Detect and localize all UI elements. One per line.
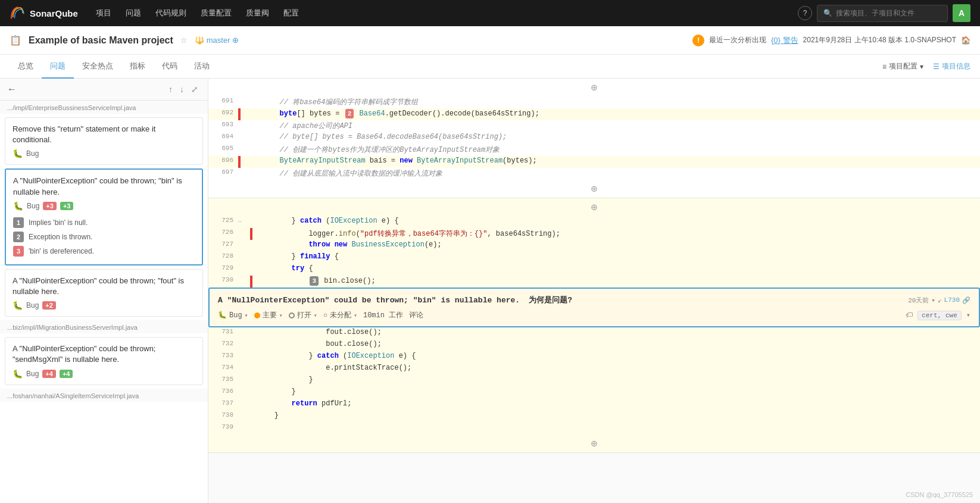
expand-icon[interactable]: ⤢ xyxy=(189,83,201,95)
line-num-731: 731 xyxy=(208,327,238,339)
popup-bug-label: Bug xyxy=(229,311,242,320)
code-row-731: 731 fout.close(); xyxy=(208,327,980,339)
tab-code[interactable]: 代码 xyxy=(154,55,186,79)
nav-rules[interactable]: 代码规则 xyxy=(149,5,192,21)
issue-card-4[interactable]: A "NullPointerException" could be thrown… xyxy=(5,337,203,385)
tab-issues[interactable]: 问题 xyxy=(42,55,74,79)
search-area: ? 🔍 搜索项目、子项目和文件 A xyxy=(798,4,970,22)
popup-tags-dropdown[interactable]: ▾ xyxy=(966,311,970,320)
settings-dropdown-icon: ▾ xyxy=(920,63,923,71)
expand-btn-top[interactable]: ⊕ xyxy=(208,79,980,96)
popup-action-status[interactable]: 打开 ▾ xyxy=(289,310,317,320)
code-row-696: 696 ByteArrayInputStream bais = new Byte… xyxy=(208,156,980,168)
code-row-691: 691 // 将base64编码的字符串解码成字节数组 xyxy=(208,96,980,108)
popup-line-icon: ↙ xyxy=(938,296,942,304)
settings-label: 项目配置 xyxy=(889,61,917,71)
issue-title-4: A "NullPointerException" could be thrown… xyxy=(13,343,195,365)
code-row-732: 732 bout.close(); xyxy=(208,339,980,351)
expand-btn-bottom-2[interactable]: ⊕ xyxy=(208,435,980,452)
code-row-733: 733 } catch (IOException e) { xyxy=(208,351,980,363)
tab-activity[interactable]: 活动 xyxy=(186,55,218,79)
code-content-733: } catch (IOException e) { xyxy=(252,351,980,363)
badge-4b: +4 xyxy=(60,370,73,378)
issue-title-1: Remove this "return" statement or make i… xyxy=(13,124,195,145)
popup-dropdown-icon[interactable]: ▾ xyxy=(931,296,935,304)
back-button[interactable]: ← xyxy=(7,84,17,95)
nav-admin[interactable]: 配置 xyxy=(277,5,305,21)
line-num-735: 735 xyxy=(208,375,238,387)
tab-metrics[interactable]: 指标 xyxy=(121,55,154,79)
popup-assign-icon: ○ xyxy=(323,311,327,320)
popup-why-link[interactable]: 为何是问题? xyxy=(529,296,572,305)
star-icon[interactable]: ☆ xyxy=(180,36,188,45)
user-avatar[interactable]: A xyxy=(953,4,970,22)
nav-projects[interactable]: 项目 xyxy=(90,5,117,21)
sort-icons: ↑ ↓ ⤢ xyxy=(166,83,201,95)
code-content-692: byte[] bytes = 2 Base64.getDecoder().dec… xyxy=(241,108,980,120)
code-content-735: } xyxy=(252,375,980,387)
help-button[interactable]: ? xyxy=(798,6,812,20)
home-icon[interactable]: 🏠 xyxy=(961,36,970,45)
line-num-726: 726 xyxy=(208,228,238,240)
issue-card-1[interactable]: Remove this "return" statement or make i… xyxy=(5,117,203,165)
branch-plus-icon[interactable]: ⊕ xyxy=(232,36,239,45)
search-placeholder: 搜索项目、子项目和文件 xyxy=(836,8,915,18)
code-content-731: fout.close(); xyxy=(252,327,980,339)
sort-up-icon[interactable]: ↑ xyxy=(166,83,175,95)
alert-area: ! 最近一次分析出现 {0} 警告 2021年9月28日 上午10:48 版本 … xyxy=(692,35,970,46)
popup-action-bug[interactable]: 🐛 Bug ▾ xyxy=(218,311,248,320)
nav-quality-profiles[interactable]: 质量配置 xyxy=(195,5,238,21)
project-settings-link[interactable]: ≡ 项目配置 ▾ xyxy=(882,61,923,71)
code-row-694: 694 // byte[] bytes = Base64.decodeBase6… xyxy=(208,132,980,144)
popup-tags[interactable]: cert, cwe xyxy=(917,311,961,320)
line-num-739: 739 xyxy=(208,423,238,435)
branch-icon: 🔱 xyxy=(195,36,204,45)
popup-effort-label: 10min 工作 xyxy=(363,310,403,320)
sort-down-icon[interactable]: ↓ xyxy=(177,83,186,95)
bug-icon-4: 🐛 xyxy=(13,369,23,379)
right-panel[interactable]: ⊕ 691 // 将base64编码的字符串解码成字节数组 692 byte[]… xyxy=(208,79,980,503)
popup-action-comment[interactable]: 评论 xyxy=(409,310,423,320)
popup-link-icon[interactable]: 🔗 xyxy=(962,296,970,304)
project-info-link[interactable]: ☰ 项目信息 xyxy=(933,61,970,71)
popup-action-severity[interactable]: 主要 ▾ xyxy=(254,310,283,320)
popup-line-ref[interactable]: L730 xyxy=(944,296,960,304)
list-icon: ☰ xyxy=(933,63,940,71)
issue-meta-2: 🐛 Bug +3 +3 xyxy=(13,201,195,211)
flow-item-3[interactable]: 3 'bin' is dereferenced. xyxy=(13,244,195,258)
project-info-label: 项目信息 xyxy=(942,61,970,71)
flow-num-1: 1 xyxy=(13,217,24,228)
expand-btn-2[interactable]: ⊕ xyxy=(208,198,980,216)
nav-quality-gates[interactable]: 质量阀 xyxy=(240,5,275,21)
line-num-694: 694 xyxy=(208,132,238,144)
alert-link[interactable]: {0} 警告 xyxy=(771,35,798,46)
code-content-726: logger.info("pdf转换异常，base64字符串为：{}", bas… xyxy=(252,228,980,240)
issue-card-3[interactable]: A "NullPointerException" could be thrown… xyxy=(5,269,203,317)
flow-item-1[interactable]: 1 Implies 'bin' is null. xyxy=(13,215,195,230)
popup-tag-icon: 🏷 xyxy=(906,311,913,320)
search-box[interactable]: 🔍 搜索项目、子项目和文件 xyxy=(817,5,948,22)
code-content-736: } xyxy=(252,387,980,399)
popup-action-effort[interactable]: 10min 工作 xyxy=(363,310,403,320)
nav-issues[interactable]: 问题 xyxy=(120,5,147,21)
issue-type-2: Bug xyxy=(27,202,39,210)
line-num-692: 692 xyxy=(208,108,238,120)
issue-type-1: Bug xyxy=(26,149,39,158)
meta-text: 2021年9月28日 上午10:48 版本 1.0-SNAPSHOT xyxy=(803,35,956,45)
left-panel-scroll[interactable]: .../impl/EnterpriseBussinessServiceImpl.… xyxy=(0,101,208,503)
flow-item-2[interactable]: 2 Exception is thrown. xyxy=(13,230,195,244)
logo[interactable]: SonarQube xyxy=(10,5,78,21)
popup-action-assign[interactable]: ○ 未分配 ▾ xyxy=(323,310,357,320)
line-num-695: 695 xyxy=(208,144,238,156)
flows-list: 1 Implies 'bin' is null. 2 Exception is … xyxy=(13,215,195,258)
code-row-738: 738 } xyxy=(208,411,980,423)
issue-card-2[interactable]: A "NullPointerException" could be thrown… xyxy=(5,168,203,265)
tab-hotspots[interactable]: 安全热点 xyxy=(74,55,121,79)
branch-area: 🔱 master ⊕ xyxy=(195,36,239,45)
issue-meta-1: 🐛 Bug xyxy=(13,149,195,158)
tabs-row: 总览 问题 安全热点 指标 代码 活动 ≡ 项目配置 ▾ ☰ 项目信息 xyxy=(0,55,980,79)
branch-name[interactable]: master xyxy=(207,36,230,45)
expand-btn-bottom-1[interactable]: ⊕ xyxy=(208,180,980,198)
tab-overview[interactable]: 总览 xyxy=(10,55,42,79)
file-label-1: .../impl/EnterpriseBussinessServiceImpl.… xyxy=(0,101,208,114)
